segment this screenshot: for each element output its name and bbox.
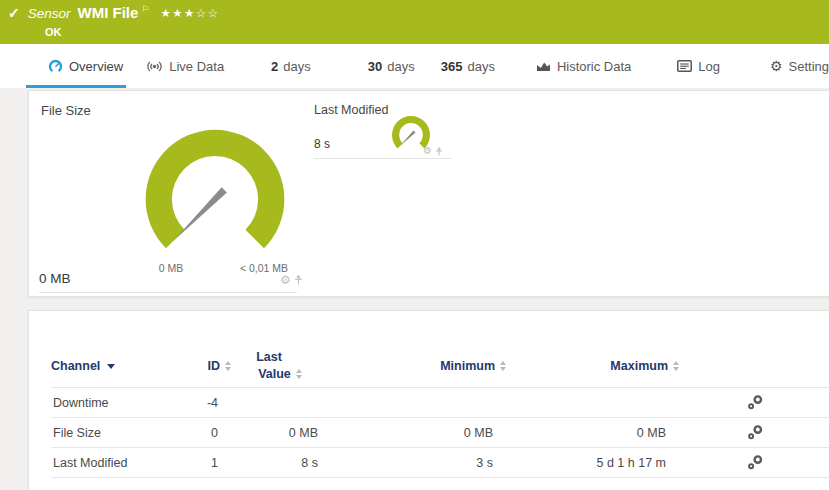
tab-2-days[interactable]: 2 days bbox=[271, 44, 311, 88]
edit-channel-gears-icon[interactable] bbox=[747, 395, 763, 410]
status-badge: OK bbox=[45, 26, 62, 38]
file-size-gauge-actions: ⚙ bbox=[280, 274, 303, 286]
sensor-overview-page: ✓ Sensor WMI File ⚐ ★★★☆☆ OK Overview Li… bbox=[0, 0, 829, 490]
channel-minimum: 0 MB bbox=[331, 426, 506, 440]
gauge-settings-gear-icon[interactable]: ⚙ bbox=[280, 274, 291, 286]
last-modified-gauge-actions: ⚙ bbox=[423, 146, 443, 156]
column-header-maximum[interactable]: Maximum bbox=[506, 359, 679, 373]
historic-chart-icon bbox=[536, 60, 551, 72]
channels-panel: Channel ID Last Value Minimum Maximum bbox=[28, 310, 829, 490]
channel-table-header: Channel ID Last Value Minimum Maximum bbox=[51, 345, 829, 387]
file-size-gauge-title: File Size bbox=[41, 103, 91, 118]
edit-channel-gears-icon[interactable] bbox=[747, 455, 763, 470]
tab-historic-data-label: Historic Data bbox=[557, 59, 631, 74]
stars-empty[interactable]: ☆☆ bbox=[196, 7, 220, 19]
log-icon bbox=[677, 60, 692, 72]
tab-30-days[interactable]: 30 days bbox=[368, 44, 415, 88]
channel-name: File Size bbox=[51, 426, 181, 440]
column-header-id[interactable]: ID bbox=[181, 359, 231, 373]
file-size-current-value: 0 MB bbox=[39, 271, 71, 286]
channel-minimum: 3 s bbox=[331, 456, 506, 470]
status-ok-check-icon: ✓ bbox=[8, 5, 20, 21]
tab-bar: Overview Live Data 2 days 30 days 365 da… bbox=[0, 44, 829, 88]
tab-settings-label: Settings bbox=[789, 59, 829, 74]
tab-365-days-number: 365 bbox=[441, 59, 463, 74]
channel-name: Downtime bbox=[51, 396, 181, 410]
maximum-header-label: Maximum bbox=[610, 359, 668, 373]
file-size-gauge bbox=[140, 124, 290, 252]
tab-live-data-label: Live Data bbox=[169, 59, 224, 74]
gauge-needle bbox=[173, 187, 227, 241]
last-modified-gauge-title: Last Modified bbox=[314, 103, 388, 117]
id-header-label: ID bbox=[208, 359, 221, 373]
sensor-type-label: Sensor bbox=[28, 6, 71, 21]
chevron-down-icon bbox=[107, 364, 115, 369]
sort-icon bbox=[296, 369, 302, 379]
tab-settings[interactable]: ⚙ Settings bbox=[770, 44, 829, 88]
tab-overview[interactable]: Overview bbox=[48, 44, 123, 88]
last-value-header-line1: Last bbox=[256, 349, 282, 366]
channel-id: 0 bbox=[181, 426, 231, 440]
file-size-block-divider bbox=[39, 292, 297, 293]
channel-last-value: 8 s bbox=[231, 456, 331, 470]
last-modified-block-divider bbox=[314, 158, 452, 159]
tab-365-days[interactable]: 365 days bbox=[441, 44, 495, 88]
sort-icon bbox=[673, 361, 679, 371]
channel-id: -4 bbox=[181, 396, 231, 410]
file-size-scale-min: 0 MB bbox=[139, 262, 203, 274]
tab-30-days-number: 30 bbox=[368, 59, 382, 74]
sensor-name: WMI File bbox=[78, 4, 139, 21]
live-data-icon bbox=[146, 60, 163, 73]
sensor-title-bar: ✓ Sensor WMI File ⚐ ★★★☆☆ OK bbox=[0, 0, 829, 44]
pin-icon[interactable] bbox=[294, 275, 303, 285]
column-header-last-value[interactable]: Last Value bbox=[231, 349, 331, 383]
pin-icon[interactable] bbox=[435, 147, 443, 156]
channel-id: 1 bbox=[181, 456, 231, 470]
edit-channel-gears-icon[interactable] bbox=[747, 425, 763, 440]
gauge-needle bbox=[400, 130, 416, 146]
channel-last-value: 0 MB bbox=[231, 426, 331, 440]
last-value-header-line2: Value bbox=[258, 366, 291, 383]
gauges-panel: File Size 0 MB < 0,01 MB 0 MB ⚙ Last Mod… bbox=[28, 90, 829, 297]
minimum-header-label: Minimum bbox=[440, 359, 495, 373]
tab-live-data[interactable]: Live Data bbox=[146, 44, 224, 88]
channel-header-label: Channel bbox=[51, 359, 100, 373]
tab-2-days-number: 2 bbox=[271, 59, 278, 74]
stars-filled[interactable]: ★★★ bbox=[160, 7, 195, 19]
table-row-last-modified: Last Modified 1 8 s 3 s 5 d 1 h 17 m bbox=[51, 447, 829, 477]
table-row-file-size: File Size 0 0 MB 0 MB 0 MB bbox=[51, 417, 829, 447]
tab-2-days-label: days bbox=[283, 59, 310, 74]
last-modified-current-value: 8 s bbox=[314, 137, 330, 151]
tab-overview-label: Overview bbox=[69, 59, 123, 74]
tab-historic-data[interactable]: Historic Data bbox=[536, 44, 631, 88]
column-header-channel[interactable]: Channel bbox=[51, 359, 181, 373]
tab-365-days-label: days bbox=[467, 59, 494, 74]
tab-log-label: Log bbox=[698, 59, 720, 74]
gauge-settings-gear-icon[interactable]: ⚙ bbox=[423, 146, 432, 156]
tab-log[interactable]: Log bbox=[677, 44, 720, 88]
gauge-icon bbox=[48, 59, 63, 74]
priority-stars[interactable]: ★★★☆☆ bbox=[160, 6, 219, 20]
channel-name: Last Modified bbox=[51, 456, 181, 470]
table-row-downtime: Downtime -4 bbox=[51, 387, 829, 417]
channel-maximum: 5 d 1 h 17 m bbox=[506, 456, 679, 470]
tab-30-days-label: days bbox=[387, 59, 414, 74]
channel-maximum: 0 MB bbox=[506, 426, 679, 440]
table-row-empty bbox=[51, 477, 829, 490]
column-header-minimum[interactable]: Minimum bbox=[331, 359, 506, 373]
settings-gear-icon: ⚙ bbox=[770, 58, 783, 74]
flag-icon[interactable]: ⚐ bbox=[141, 4, 149, 14]
